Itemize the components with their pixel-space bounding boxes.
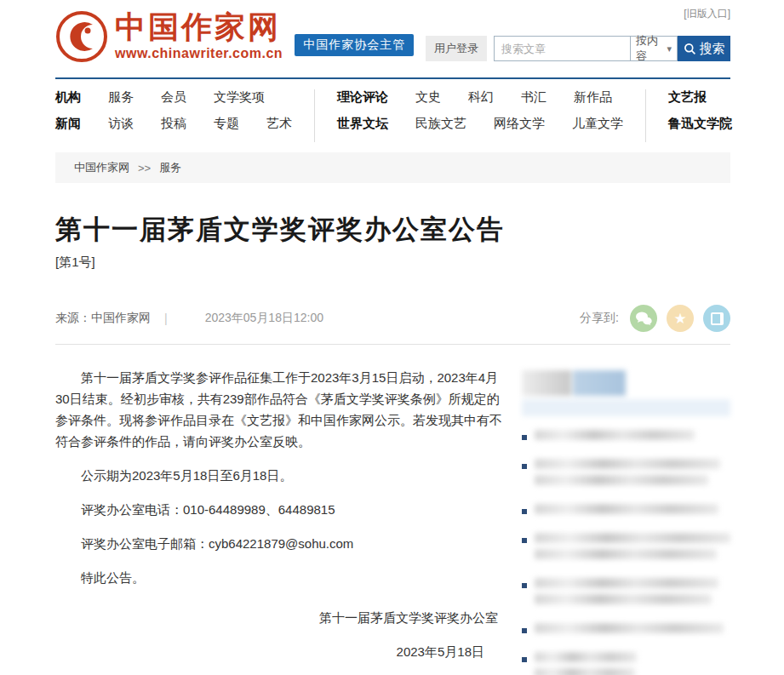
nav-group-middle: 理论评论 文史 科幻 书汇 新作品 世界文坛 民族文艺 网络文学 儿童文学 — [337, 89, 646, 142]
nav-item-web-literature[interactable]: 网络文学 — [494, 116, 545, 132]
article-paragraph: 评奖办公室电子邮箱：cyb64221879@sohu.com — [55, 533, 506, 554]
nav-item-literary-awards[interactable]: 文学奖项 — [214, 89, 265, 106]
sidebar-tab-blurred[interactable] — [522, 370, 571, 396]
breadcrumb-separator: >> — [138, 162, 151, 174]
article-paragraph: 特此公告。 — [55, 567, 506, 588]
share-bar: 分享到: ★ — [580, 305, 730, 332]
qzone-share-button[interactable]: ★ — [667, 305, 694, 332]
nav-item-art[interactable]: 艺术 — [266, 116, 292, 132]
nav-item-luxun-academy[interactable]: 鲁迅文学院 — [668, 116, 732, 132]
nav-group-right: 文艺报 鲁迅文学院 — [668, 89, 754, 142]
list-item[interactable] — [522, 623, 730, 639]
site-logo-text: 中国作家网 www.chinawriter.com.cn — [115, 10, 283, 61]
nav-item-members[interactable]: 会员 — [161, 89, 186, 106]
meta-divider: | — [164, 312, 168, 325]
breadcrumb: 中国作家网 >> 服务 — [55, 152, 730, 183]
user-login-button[interactable]: 用户登录 — [426, 36, 487, 61]
nav-item-world-literature[interactable]: 世界文坛 — [337, 116, 388, 132]
article-subtitle: [第1号] — [55, 255, 730, 271]
search-filter-label: 按内容 — [636, 33, 667, 64]
site-brand[interactable]: 中国作家网 www.chinawriter.com.cn 中国作家协会主管 — [55, 10, 414, 63]
breadcrumb-current[interactable]: 服务 — [159, 160, 181, 175]
main-content: 第十一届茅盾文学奖参评作品征集工作于2023年3月15日启动，2023年4月30… — [55, 367, 730, 675]
site-logo-emblem — [55, 10, 108, 63]
nav-item-orgs[interactable]: 机构 — [55, 89, 81, 106]
sidebar-tab-blurred[interactable] — [573, 370, 626, 396]
article-source: 来源：中国作家网 | 2023年05月18日12:00 — [55, 311, 323, 326]
nav-item-children-literature[interactable]: 儿童文学 — [572, 116, 623, 132]
list-item[interactable] — [522, 652, 730, 675]
article-paragraph: 公示期为2023年5月18日至6月18日。 — [55, 465, 506, 486]
bullet-icon — [522, 509, 527, 514]
nav-item-books[interactable]: 书汇 — [521, 89, 547, 106]
nav-item-theory-review[interactable]: 理论评论 — [337, 89, 388, 106]
site-title: 中国作家网 — [115, 10, 283, 44]
article-signature: 第十一届茅盾文学奖评奖办公室 — [55, 607, 506, 628]
search-filter-dropdown[interactable]: 按内容 ▾ — [630, 36, 678, 61]
list-item[interactable] — [522, 459, 730, 491]
site-header: 中国作家网 www.chinawriter.com.cn 中国作家协会主管 [旧… — [55, 0, 730, 79]
chevron-down-icon: ▾ — [667, 43, 672, 54]
bullet-icon — [522, 657, 527, 662]
bullet-icon — [522, 435, 527, 440]
page-title: 第十一届茅盾文学奖评奖办公室公告 — [55, 212, 730, 248]
site-url: www.chinawriter.com.cn — [115, 46, 283, 61]
bullet-icon — [522, 464, 527, 469]
nav-item-ethnic-arts[interactable]: 民族文艺 — [415, 116, 466, 132]
supervisor-badge: 中国作家协会主管 — [295, 34, 414, 56]
nav-item-interviews[interactable]: 访谈 — [108, 116, 134, 132]
wechat-share-button[interactable] — [630, 305, 657, 332]
article-meta-row: 来源：中国作家网 | 2023年05月18日12:00 分享到: ★ — [55, 305, 730, 345]
publish-date: 2023年05月18日12:00 — [205, 311, 323, 326]
bullet-icon — [522, 583, 527, 588]
copy-link-button[interactable] — [703, 305, 730, 332]
bullet-icon — [522, 538, 527, 543]
list-item[interactable] — [522, 533, 730, 565]
search-bar: 用户登录 按内容 ▾ 搜索 — [426, 36, 730, 61]
sidebar — [522, 367, 730, 675]
nav-group-left: 机构 服务 会员 文学奖项 新闻 访谈 投稿 专题 艺术 — [55, 89, 315, 142]
sidebar-section-header[interactable] — [522, 370, 730, 416]
main-nav: 机构 服务 会员 文学奖项 新闻 访谈 投稿 专题 艺术 理论评论 文史 科幻 … — [55, 89, 730, 142]
nav-item-new-works[interactable]: 新作品 — [574, 89, 612, 106]
search-icon — [684, 43, 696, 55]
nav-item-submit[interactable]: 投稿 — [161, 116, 186, 132]
article-paragraph: 第十一届茅盾文学奖参评作品征集工作于2023年3月15日启动，2023年4月30… — [55, 367, 506, 452]
source-text: 来源：中国作家网 — [55, 311, 151, 326]
bullet-icon — [522, 628, 527, 633]
star-icon: ★ — [673, 312, 686, 326]
list-item[interactable] — [522, 430, 730, 446]
list-item[interactable] — [522, 504, 730, 520]
article-paragraph: 评奖办公室电话：010-64489989、64489815 — [55, 499, 506, 520]
list-item[interactable] — [522, 578, 730, 610]
article-body: 第十一届茅盾文学奖参评作品征集工作于2023年3月15日启动，2023年4月30… — [55, 367, 506, 675]
sidebar-header-bar — [522, 399, 730, 416]
share-label: 分享到: — [580, 311, 619, 326]
nav-item-topics[interactable]: 专题 — [214, 116, 239, 132]
nav-item-wenyibao[interactable]: 文艺报 — [668, 89, 707, 106]
nav-item-news[interactable]: 新闻 — [55, 116, 81, 132]
search-button-label: 搜索 — [700, 41, 725, 57]
nav-item-service[interactable]: 服务 — [108, 89, 134, 106]
old-version-link[interactable]: [旧版入口] — [684, 7, 730, 21]
search-button[interactable]: 搜索 — [678, 36, 730, 61]
search-input[interactable] — [494, 36, 630, 61]
copy-icon — [711, 312, 724, 325]
page-container: 中国作家网 www.chinawriter.com.cn 中国作家协会主管 [旧… — [55, 0, 730, 675]
breadcrumb-root[interactable]: 中国作家网 — [74, 160, 129, 175]
nav-item-history[interactable]: 文史 — [415, 89, 441, 106]
nav-item-scifi[interactable]: 科幻 — [468, 89, 494, 106]
wechat-icon — [635, 311, 652, 326]
article-signature-date: 2023年5月18日 — [55, 641, 506, 662]
